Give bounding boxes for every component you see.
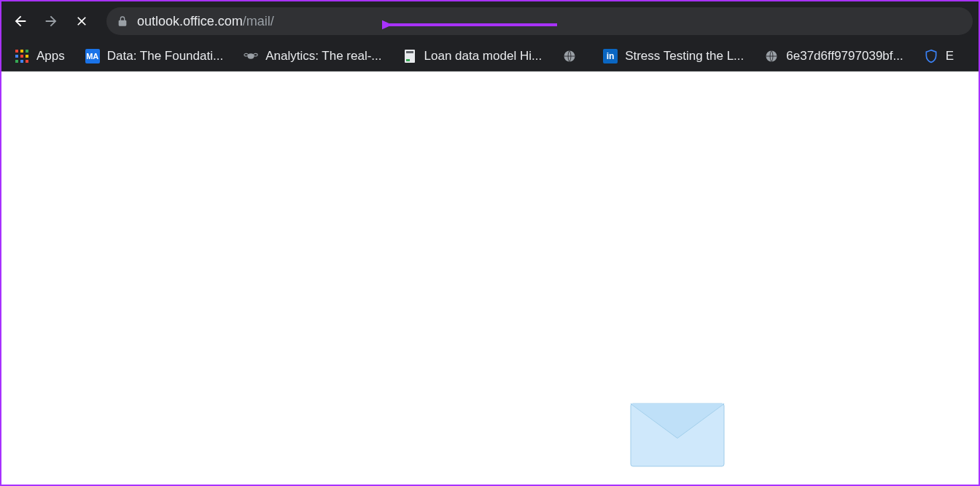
svg-rect-3 (26, 50, 28, 53)
shield-icon (924, 49, 938, 63)
url-path: /mail/ (243, 14, 274, 28)
svg-rect-4 (15, 55, 18, 58)
globe-icon (764, 49, 779, 63)
arrow-left-icon (12, 13, 28, 29)
svg-point-11 (244, 53, 248, 56)
svg-rect-6 (26, 55, 28, 58)
linkedin-icon: in (603, 49, 618, 63)
document-icon (402, 49, 417, 63)
stop-button[interactable] (69, 8, 95, 34)
bookmark-item[interactable]: E (917, 46, 961, 66)
bookmark-item[interactable]: MA Data: The Foundati... (78, 46, 230, 66)
bookmark-item[interactable]: Analytics: The real-... (236, 46, 389, 66)
bookmark-label: Data: The Foundati... (107, 49, 223, 63)
lock-icon (117, 15, 128, 27)
svg-rect-1 (15, 50, 18, 53)
globe-icon (562, 49, 577, 63)
bookmarks-bar: Apps MA Data: The Foundati... Analytics:… (1, 41, 979, 72)
bookmark-label: Analytics: The real-... (265, 49, 381, 63)
close-icon (74, 14, 89, 28)
apps-button[interactable]: Apps (7, 46, 72, 66)
apps-label: Apps (36, 49, 65, 63)
bookmark-item[interactable]: Loan data model Hi... (395, 46, 550, 66)
url-text: outlook.office.com/mail/ (137, 14, 274, 29)
bookmark-item[interactable]: 6e37d6ff9797039bf... (757, 46, 910, 66)
svg-rect-9 (26, 60, 28, 63)
svg-rect-8 (20, 60, 23, 63)
arrow-right-icon (43, 13, 59, 29)
bookmark-item[interactable]: in Stress Testing the L... (596, 46, 751, 66)
address-bar[interactable]: outlook.office.com/mail/ (106, 7, 973, 35)
svg-rect-14 (406, 51, 413, 53)
url-domain: outlook.office.com (137, 14, 243, 28)
browser-toolbar: outlook.office.com/mail/ (1, 1, 979, 41)
bookmark-label: E (946, 49, 954, 63)
svg-rect-2 (20, 50, 23, 53)
svg-point-10 (248, 53, 254, 58)
bookmark-label: Stress Testing the L... (625, 49, 744, 63)
forward-button[interactable] (38, 8, 64, 34)
bookmark-favicon: MA (85, 49, 100, 63)
svg-point-12 (254, 53, 257, 56)
svg-rect-5 (20, 55, 23, 58)
envelope-icon (630, 403, 725, 467)
apps-grid-icon (15, 49, 29, 63)
bookmark-item[interactable] (555, 46, 590, 66)
svg-rect-15 (406, 59, 410, 61)
page-content (1, 72, 979, 485)
bookmark-label: 6e37d6ff9797039bf... (786, 49, 903, 63)
bee-icon (244, 49, 258, 63)
bookmark-label: Loan data model Hi... (424, 49, 542, 63)
back-button[interactable] (7, 8, 34, 34)
svg-rect-7 (15, 60, 18, 63)
